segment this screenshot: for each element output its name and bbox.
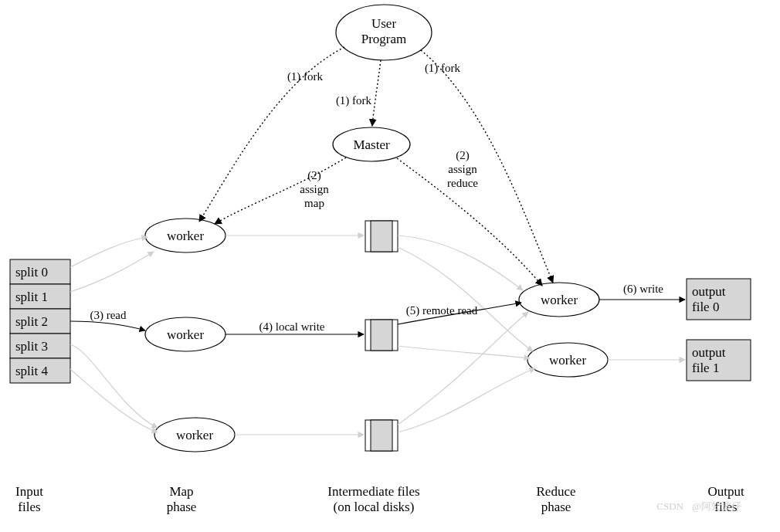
worker-map-1-label: worker — [167, 229, 204, 243]
output-1: output file 1 — [687, 340, 751, 381]
master-label: Master — [353, 137, 390, 152]
label-assign-map-1: (2) — [307, 169, 321, 182]
label-fork-right: (1) fork — [425, 62, 461, 75]
label-write: (6) write — [623, 283, 663, 296]
worker-map-2-label: worker — [167, 327, 204, 342]
label-assign-reduce-2: assign — [448, 163, 477, 175]
label-read: (3) read — [90, 309, 127, 322]
watermark-left: CSDN — [656, 500, 683, 512]
user-program-line1: User — [371, 16, 396, 31]
split-4-label: split 4 — [15, 364, 49, 378]
svg-rect-13 — [371, 320, 392, 351]
master-node: Master — [333, 127, 410, 161]
label-fork-left: (1) fork — [287, 70, 324, 83]
label-fork-mid: (1) fork — [336, 94, 372, 107]
label-assign-reduce-3: reduce — [447, 177, 478, 189]
phase-input-1: Input — [15, 484, 43, 499]
label-remote-read: (5) remote read — [406, 304, 478, 317]
label-assign-map-2: assign — [300, 183, 329, 195]
worker-map-2: worker — [145, 317, 226, 351]
phase-output-1: Output — [707, 484, 744, 499]
label-local-write: (4) local write — [259, 320, 325, 334]
split-0-label: split 0 — [15, 265, 48, 280]
output-0-line1: output — [692, 284, 726, 299]
mapreduce-diagram: split 0 split 1 split 2 split 3 split 4 … — [0, 0, 780, 532]
input-splits: split 0 split 1 split 2 split 3 split 4 — [10, 259, 70, 383]
worker-map-1: worker — [145, 219, 226, 252]
phase-map-1: Map — [169, 484, 193, 499]
phase-input-2: files — [18, 500, 40, 514]
user-program-node: User Program — [336, 5, 432, 60]
phase-inter-2: (on local disks) — [334, 500, 415, 514]
phase-inter-1: Intermediate files — [327, 484, 419, 499]
worker-map-3: worker — [154, 418, 235, 452]
worker-reduce-1: worker — [519, 283, 599, 317]
worker-map-3-label: worker — [176, 428, 213, 442]
label-assign-map-3: map — [304, 197, 324, 209]
output-1-line2: file 1 — [692, 361, 719, 375]
phase-map-2: phase — [167, 500, 197, 514]
phase-reduce-2: phase — [541, 500, 571, 514]
intermediate-2 — [365, 320, 398, 351]
output-1-line1: output — [692, 345, 726, 360]
split-3-label: split 3 — [15, 339, 48, 354]
split-1: split 1 — [10, 284, 70, 309]
phase-labels: Input files Map phase Intermediate files… — [15, 484, 744, 514]
intermediate-1 — [365, 221, 398, 252]
split-4: split 4 — [10, 358, 70, 383]
split-1-label: split 1 — [15, 290, 48, 304]
output-0: output file 0 — [687, 279, 751, 320]
svg-rect-15 — [371, 420, 392, 451]
svg-rect-11 — [371, 221, 392, 252]
split-3: split 3 — [10, 334, 70, 358]
watermark-right: @阿知波仔 — [692, 500, 741, 512]
worker-reduce-2-label: worker — [549, 353, 586, 368]
intermediate-3 — [365, 420, 398, 451]
split-2: split 2 — [10, 309, 70, 334]
worker-reduce-1-label: worker — [541, 293, 578, 307]
split-2-label: split 2 — [15, 314, 48, 329]
watermark: CSDN @阿知波仔 — [656, 500, 741, 512]
worker-reduce-2: worker — [527, 343, 608, 377]
label-assign-reduce-1: (2) — [456, 149, 470, 162]
user-program-line2: Program — [361, 32, 407, 46]
output-0-line2: file 0 — [692, 300, 719, 314]
split-0: split 0 — [10, 259, 70, 284]
phase-reduce-1: Reduce — [537, 484, 576, 499]
